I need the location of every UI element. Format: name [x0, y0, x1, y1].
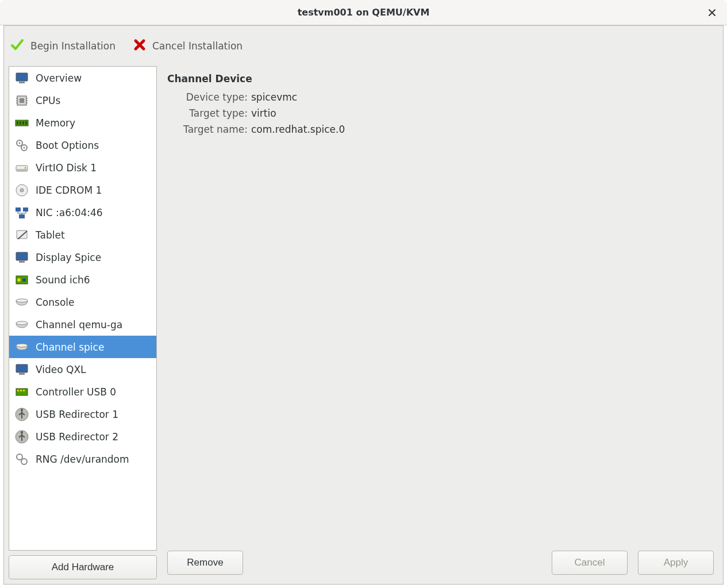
- sidebar-item-video-qxl[interactable]: Video QXL: [9, 358, 156, 381]
- begin-installation-button[interactable]: Begin Installation: [10, 37, 116, 55]
- section-title: Channel Device: [167, 73, 714, 84]
- add-hardware-button[interactable]: Add Hardware: [9, 555, 157, 579]
- sound-card-icon: [14, 272, 30, 288]
- controller-icon: [14, 384, 30, 400]
- sidebar-item-label: IDE CDROM 1: [36, 185, 102, 196]
- target-name-value: com.redhat.spice.0: [251, 124, 345, 135]
- sidebar-item-label: USB Redirector 1: [36, 409, 118, 420]
- sidebar-item-overview[interactable]: Overview: [9, 67, 156, 89]
- sidebar-item-virtio-disk[interactable]: VirtIO Disk 1: [9, 156, 156, 179]
- sidebar-column: Overview CPUs Memory Boot Options VirtIO: [9, 66, 157, 579]
- x-icon: [133, 38, 147, 54]
- svg-rect-1: [19, 82, 25, 83]
- target-type-value: virtio: [251, 107, 276, 119]
- cdrom-icon: [14, 182, 30, 198]
- cancel-button[interactable]: Cancel: [552, 551, 628, 575]
- svg-rect-38: [19, 373, 25, 375]
- rng-icon: [14, 451, 30, 467]
- detail-body: Channel Device Device type: spicevmc Tar…: [163, 66, 718, 546]
- usb-icon: [14, 429, 30, 445]
- remove-button[interactable]: Remove: [167, 551, 243, 575]
- cancel-installation-button[interactable]: Cancel Installation: [133, 38, 243, 54]
- sidebar-item-channel-qemu-ga[interactable]: Channel qemu-ga: [9, 313, 156, 336]
- sidebar-item-display-spice[interactable]: Display Spice: [9, 246, 156, 268]
- tablet-icon: [14, 227, 30, 243]
- svg-rect-40: [17, 390, 19, 391]
- svg-rect-14: [25, 121, 27, 125]
- begin-installation-label: Begin Installation: [30, 40, 116, 52]
- sidebar-item-rng[interactable]: RNG /dev/urandom: [9, 448, 156, 470]
- display-icon: [14, 249, 30, 266]
- sidebar-item-label: Display Spice: [36, 252, 101, 263]
- sidebar-item-channel-spice[interactable]: Channel spice: [9, 336, 156, 358]
- cancel-installation-label: Cancel Installation: [152, 40, 243, 52]
- device-type-value: spicevmc: [251, 91, 297, 103]
- sidebar-item-sound[interactable]: Sound ich6: [9, 268, 156, 291]
- sidebar-item-cpus[interactable]: CPUs: [9, 89, 156, 112]
- apply-button[interactable]: Apply: [638, 551, 714, 575]
- svg-point-33: [22, 278, 26, 282]
- svg-point-21: [25, 167, 26, 168]
- sidebar-item-controller-usb[interactable]: Controller USB 0: [9, 381, 156, 403]
- close-icon: [708, 6, 716, 20]
- svg-point-35: [16, 321, 28, 325]
- svg-rect-41: [20, 390, 22, 391]
- sidebar-item-label: RNG /dev/urandom: [36, 454, 129, 465]
- device-type-row: Device type: spicevmc: [167, 91, 714, 103]
- close-button[interactable]: [705, 6, 719, 20]
- svg-rect-12: [20, 121, 21, 125]
- svg-rect-11: [17, 121, 18, 125]
- cpu-icon: [14, 93, 30, 109]
- svg-rect-25: [23, 207, 28, 212]
- svg-rect-26: [19, 214, 25, 218]
- sidebar-item-label: NIC :a6:04:46: [36, 207, 103, 218]
- svg-point-23: [20, 189, 24, 192]
- usb-icon: [14, 406, 30, 422]
- svg-point-32: [17, 278, 21, 282]
- hardware-sidebar[interactable]: Overview CPUs Memory Boot Options VirtIO: [9, 66, 157, 551]
- target-type-row: Target type: virtio: [167, 107, 714, 119]
- sidebar-item-boot-options[interactable]: Boot Options: [9, 134, 156, 156]
- gears-icon: [14, 137, 30, 153]
- svg-point-47: [17, 454, 22, 460]
- sidebar-item-usb-redirector-2[interactable]: USB Redirector 2: [9, 425, 156, 448]
- sidebar-item-nic[interactable]: NIC :a6:04:46: [9, 201, 156, 224]
- sidebar-item-label: Video QXL: [36, 364, 86, 375]
- sidebar-item-label: Memory: [36, 117, 75, 129]
- sidebar-item-label: USB Redirector 2: [36, 431, 118, 443]
- sidebar-item-tablet[interactable]: Tablet: [9, 224, 156, 246]
- svg-point-34: [16, 299, 28, 302]
- checkmark-icon: [10, 37, 25, 55]
- monitor-icon: [14, 70, 30, 86]
- svg-rect-42: [23, 390, 25, 391]
- video-icon: [14, 362, 30, 378]
- svg-rect-0: [16, 73, 28, 81]
- sidebar-item-usb-redirector-1[interactable]: USB Redirector 1: [9, 403, 156, 425]
- disk-icon: [14, 160, 30, 176]
- detail-panel: Channel Device Device type: spicevmc Tar…: [163, 66, 718, 579]
- channel-icon: [14, 317, 30, 333]
- svg-point-48: [21, 459, 27, 464]
- sidebar-item-label: Tablet: [36, 229, 65, 241]
- sidebar-item-label: Channel spice: [36, 341, 104, 353]
- sidebar-item-memory[interactable]: Memory: [9, 112, 156, 134]
- svg-rect-24: [16, 207, 21, 212]
- sidebar-item-label: Sound ich6: [36, 274, 90, 286]
- target-name-label: Target name:: [167, 124, 251, 135]
- network-icon: [14, 205, 30, 221]
- svg-point-18: [24, 147, 25, 148]
- toolbar: Begin Installation Cancel Installation: [4, 26, 723, 66]
- sidebar-item-console[interactable]: Console: [9, 291, 156, 313]
- svg-rect-29: [16, 252, 28, 260]
- main-area: Overview CPUs Memory Boot Options VirtIO: [4, 66, 723, 584]
- titlebar: testvm001 on QEMU/KVM: [0, 0, 727, 25]
- svg-rect-3: [20, 98, 24, 103]
- svg-rect-13: [22, 121, 24, 125]
- device-type-label: Device type:: [167, 91, 251, 103]
- sidebar-item-ide-cdrom[interactable]: IDE CDROM 1: [9, 179, 156, 201]
- svg-point-17: [19, 142, 21, 144]
- sidebar-item-label: Overview: [36, 72, 82, 84]
- svg-rect-37: [16, 364, 28, 372]
- target-type-label: Target type:: [167, 107, 251, 119]
- spacer: [253, 551, 541, 575]
